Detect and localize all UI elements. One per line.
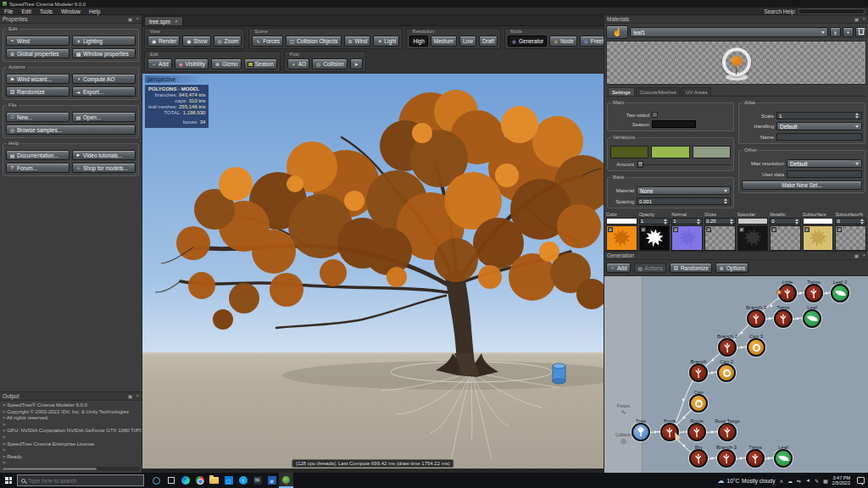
float-panel-icon[interactable]: ▣ [128,393,133,399]
amount-slider[interactable] [637,161,731,168]
subsurface-map-thumb[interactable]: ✓ [803,225,834,251]
wind-button[interactable]: ≈Wind [6,36,70,46]
tab-uv-areas[interactable]: UV Areas [682,87,711,96]
gen-node-leaf-mid[interactable]: Leaf [803,309,821,328]
mode-generator-button[interactable]: ψGenerator [508,36,547,47]
gen-node-branch2[interactable]: Branch 2 [718,338,737,357]
pen-icon[interactable]: ✎ [815,478,819,484]
video-tutorials-button[interactable]: ►Video tutorials... [72,150,136,160]
browse-samples-button[interactable]: ◎Browse samples... [6,125,136,135]
normal-map-thumb[interactable]: ✓ [671,225,703,251]
gen-node-cap3[interactable]: Cap 3 [747,338,765,357]
edge-button[interactable] [178,473,192,488]
light-button[interactable]: ☀Light [373,36,399,47]
normal-value[interactable]: 1 [671,218,703,225]
ao-button[interactable]: ●AO [287,58,309,69]
forum-button[interactable]: ?Forum... [6,163,70,173]
search-help-input[interactable] [798,8,865,14]
viewport-canvas[interactable]: perspective POLYGONS - MODEL branches:94… [142,74,604,469]
gen-node-branch3-upper[interactable]: Branch 3 [747,309,765,328]
shop-button[interactable]: ⌂Shop for models... [72,163,136,173]
camera-label[interactable]: perspective [145,75,204,83]
gen-add-button[interactable]: +Add [606,263,631,273]
zoom-button[interactable]: ◎Zoom [214,36,242,47]
close-panel-icon[interactable]: × [862,252,865,258]
gen-node-cap2[interactable]: Cap 2 [717,363,736,382]
gen-randomize-button[interactable]: ⚄Randomize [670,263,712,273]
gen-node-little[interactable]: Little [778,284,797,302]
metallic-value[interactable]: 0 [770,218,801,225]
render-button[interactable]: ◉Render [147,36,180,47]
rename-material-button[interactable]: ± [830,27,841,37]
menu-file[interactable]: File [0,8,17,14]
gen-node-twigs-lower[interactable]: Twigs [746,449,765,468]
taskbar-search-input[interactable] [28,478,140,484]
resolution-draft-button[interactable]: Draft [479,36,498,47]
twitter-button[interactable]: t [236,473,250,488]
user-data-field[interactable] [787,170,862,178]
task-view-button[interactable] [164,473,178,488]
global-properties-button[interactable]: ⚙Global properties [6,48,70,58]
open-button[interactable]: ▤Open... [72,112,136,122]
subsurface-amount-thumb[interactable]: ✓ [835,225,866,251]
blue-app-button[interactable]: ▣ [264,473,279,488]
wind-toggle-button[interactable]: ≋Wind [344,36,371,47]
season-swatch[interactable] [652,120,696,128]
specular-swatch[interactable] [737,218,769,225]
menu-edit[interactable]: Edit [17,8,35,14]
collision-objects-button[interactable]: ◫Collision Objects [286,36,341,47]
subsurface-amount-value[interactable]: 0 [835,218,866,225]
compute-ao-button[interactable]: ◑Compute AO [72,74,136,84]
gen-node-twigs-mid[interactable]: Twigs [774,309,793,328]
tab-close-icon[interactable]: × [175,19,178,24]
gen-node-branch[interactable]: Branch [689,363,708,382]
gen-node-big[interactable]: Big [689,449,708,468]
close-panel-icon[interactable]: × [136,393,139,399]
max-resolution-dropdown[interactable]: Default [787,159,862,168]
gizmo-button[interactable]: ⊕Gizmo [211,58,242,69]
two-sided-checkbox[interactable] [652,112,658,118]
atlas-name-field[interactable] [776,133,862,141]
mode-node-button[interactable]: ψNode [549,36,577,47]
material-preview[interactable] [606,41,866,85]
resolution-medium-button[interactable]: Medium [431,36,457,47]
generation-graph[interactable]: Forces∿ Collision◎ [604,276,868,473]
chrome-button[interactable] [192,473,207,488]
resolution-low-button[interactable]: Low [459,36,476,47]
volume-icon[interactable]: ◄ [805,478,810,483]
color-map-thumb[interactable]: ✓ [606,225,637,251]
lighting-button[interactable]: ☀Lighting [72,36,136,46]
gen-node-twigs-top[interactable]: Twigs [804,284,823,302]
specular-map-thumb[interactable]: ✓ [737,225,769,251]
check-icon[interactable]: ✓ [837,227,842,232]
randomize-button[interactable]: ⚄Randomize [6,86,70,97]
visibility-button[interactable]: ◉Visibility [175,58,209,69]
window-properties-button[interactable]: ▦Window properties [72,48,136,58]
taskbar-weather[interactable]: ☁ 10°C Mostly cloudy [718,477,776,485]
close-panel-icon[interactable]: × [862,16,865,22]
gen-node-leaf-lower[interactable]: Leaf [774,449,793,468]
tab-settings[interactable]: Settings [608,87,635,96]
check-icon[interactable]: ✓ [739,227,744,232]
store-button[interactable]: ▢ [221,473,236,488]
float-panel-icon[interactable]: ▣ [854,16,860,22]
wind-wizard-button[interactable]: ⚑Wind wizard... [6,74,70,84]
speedtree-taskbar-button[interactable] [279,473,293,488]
check-icon[interactable]: ✓ [771,227,776,232]
tab-tree-spm[interactable]: tree.spm × [144,16,183,25]
make-new-set-button[interactable]: Make New Set... [742,180,862,190]
export-button[interactable]: ➔Export... [72,86,136,97]
check-icon[interactable]: ✓ [706,227,711,232]
gen-node-leaf2[interactable]: Leaf 2 [831,284,849,302]
taskbar-clock[interactable]: 3:47 PM 2/5/2022 [832,475,850,486]
float-panel-icon[interactable]: ▣ [128,16,133,22]
float-panel-icon[interactable]: ▣ [854,252,860,258]
variation-swatch-3[interactable] [693,146,731,158]
forces-button[interactable]: ∿Forces [252,36,283,47]
file-explorer-button[interactable] [207,473,221,488]
collision-button[interactable]: ◍Collision [312,58,348,69]
check-icon[interactable]: ✓ [804,227,810,232]
gloss-value[interactable]: 0.25 [704,218,736,225]
material-dropdown[interactable]: leaf1 [630,27,828,37]
back-material-dropdown[interactable]: None [637,186,731,195]
